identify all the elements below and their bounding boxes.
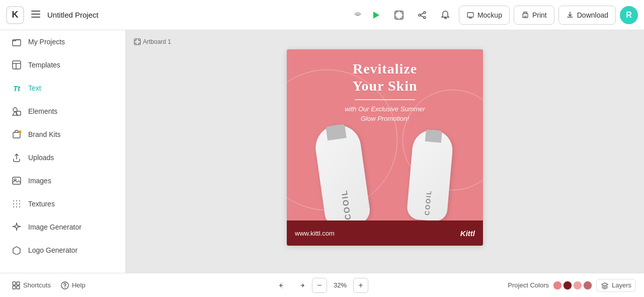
svg-line-17 [421,16,424,17]
sidebar-item-my-projects[interactable]: My Projects [3,31,122,52]
zoom-out-button[interactable]: − [312,278,327,293]
artboard-label: Artboard 1 [134,38,171,45]
sidebar-item-uploads[interactable]: Uploads [3,147,122,168]
nav-forward-button[interactable] [294,278,308,292]
sidebar-item-images[interactable]: Images [3,170,122,191]
uploads-icon [11,152,22,163]
sidebar-item-brand-kits[interactable]: Brand Kits [3,124,122,145]
svg-point-33 [13,200,14,201]
svg-rect-24 [13,61,21,69]
bottle-left-text: COOIL [340,189,353,221]
svg-point-39 [13,206,14,207]
bottombar-center: − 32% + [276,278,368,293]
sidebar-item-textures[interactable]: Textures [3,193,122,214]
canvas-area[interactable]: Artboard 1 Revitalize Your Skin with Our… [126,30,644,273]
svg-point-36 [13,203,14,204]
svg-point-35 [19,200,20,201]
project-title[interactable]: Untitled Project [47,11,349,19]
menu-icon[interactable] [28,7,43,23]
play-button[interactable] [366,6,385,25]
app-logo[interactable]: K [6,6,24,24]
svg-rect-4 [395,11,403,19]
svg-rect-2 [31,17,40,18]
bottle-right-text: COOIL [423,189,433,215]
svg-rect-18 [467,13,473,17]
svg-point-41 [19,206,20,207]
topbar-right-actions: Mockup Print Download R [413,6,638,25]
color-swatch-3[interactable] [583,281,592,290]
frame-button[interactable] [389,6,409,25]
sidebar-label-elements: Elements [28,107,57,115]
textures-icon [11,198,22,209]
sidebar-label-templates: Templates [28,61,60,69]
svg-rect-54 [13,286,16,289]
zoom-in-button[interactable]: + [353,278,368,293]
sidebar-item-templates[interactable]: Templates [3,54,122,76]
svg-point-13 [424,12,426,14]
my-projects-icon [11,36,22,47]
layers-button[interactable]: Layers [596,279,636,292]
shortcuts-button[interactable]: Shortcuts [8,279,55,291]
help-label: Help [72,281,86,289]
help-button[interactable]: Help [57,279,90,291]
sidebar-item-elements[interactable]: Elements [3,101,122,122]
sidebar-item-logo-generator[interactable]: Logo Generator [3,240,122,261]
bottombar: Shortcuts Help − 32% + [0,273,644,297]
svg-rect-43 [134,39,140,45]
svg-marker-3 [373,12,379,19]
logo-generator-icon [11,245,22,256]
sidebar-item-image-generator[interactable]: Image Generator [3,216,122,238]
svg-rect-55 [17,286,20,289]
svg-rect-52 [13,282,16,285]
topbar-center-actions [366,6,409,25]
mockup-button[interactable]: Mockup [459,6,510,25]
zoom-level: 32% [331,281,349,289]
topbar: K Untitled Project [0,0,644,30]
download-button[interactable]: Download [558,6,616,25]
svg-point-14 [419,14,421,16]
color-swatch-2[interactable] [573,281,582,290]
sidebar-label-text: Text [28,84,41,92]
sidebar-label-textures: Textures [28,200,55,208]
canvas-products: COOIL COOIL [287,125,483,220]
svg-point-15 [424,17,426,19]
print-button[interactable]: Print [514,6,554,25]
svg-rect-31 [13,177,21,184]
svg-line-16 [421,13,424,15]
color-swatch-0[interactable] [553,281,562,290]
save-icon[interactable] [353,10,362,21]
share-icon-button[interactable] [413,6,432,25]
shortcuts-label: Shortcuts [23,281,51,289]
templates-icon [11,59,22,70]
artboard-canvas[interactable]: Revitalize Your Skin with Our Exclusive … [287,49,483,246]
bottle-right: COOIL [406,128,454,222]
svg-rect-29 [13,132,20,138]
bottombar-right: Project Colors Layers [508,279,636,292]
svg-point-30 [19,130,21,133]
svg-point-57 [64,287,65,288]
sidebar-item-text[interactable]: Tt Text [3,78,122,99]
svg-rect-0 [31,11,40,12]
sidebar-label-images: Images [28,177,51,185]
sidebar-label-my-projects: My Projects [28,38,65,46]
artboard-title: Artboard 1 [143,38,171,45]
canvas-footer-url: www.kittl.com [295,230,335,237]
svg-rect-53 [17,282,20,285]
canvas-background: Revitalize Your Skin with Our Exclusive … [287,49,483,246]
bottle-left: COOIL [313,122,372,229]
project-colors-label: Project Colors [508,281,549,289]
canvas-footer: www.kittl.com Kittl [287,220,483,246]
svg-rect-1 [31,14,40,15]
svg-point-37 [16,203,17,204]
sidebar: My Projects Templates Tt Text [0,30,126,273]
svg-marker-42 [13,247,20,255]
notification-bell-icon[interactable] [436,6,455,25]
color-swatch-1[interactable] [563,281,572,290]
nav-back-button[interactable] [276,278,290,292]
user-avatar[interactable]: R [620,6,638,24]
sidebar-label-brand-kits: Brand Kits [28,130,61,138]
svg-point-34 [16,200,17,201]
images-icon [11,175,22,186]
sidebar-label-image-generator: Image Generator [28,223,82,231]
color-swatches [553,281,592,290]
